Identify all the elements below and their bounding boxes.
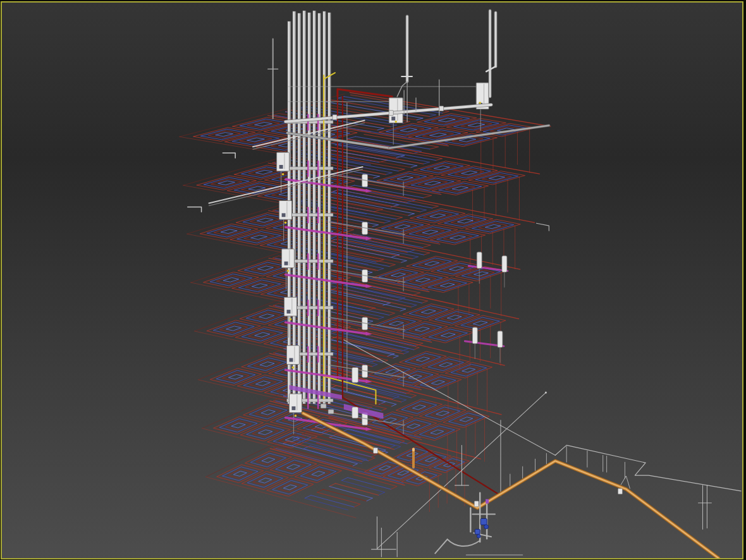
boiler-status-dot <box>479 102 481 104</box>
boiler-status-dot <box>282 173 284 176</box>
boiler-panel <box>287 310 291 313</box>
gas-valve <box>475 529 480 534</box>
riser-pipe <box>312 11 315 404</box>
valve-handwheel <box>484 525 489 529</box>
boiler-status-dot <box>295 415 297 417</box>
floor-pipe-stub <box>352 367 358 382</box>
boiler-panel <box>284 262 288 265</box>
riser-fitting-band <box>287 213 333 216</box>
pipe-coupling <box>389 111 393 116</box>
wireframe-endpoint <box>545 391 547 393</box>
riser-fitting-band <box>287 167 333 170</box>
right-assembly-stub <box>498 331 503 348</box>
boiler-panel <box>279 165 283 169</box>
gas-pipe-coupling <box>373 447 377 453</box>
riser-pipe <box>293 11 296 404</box>
viewport-active-border <box>1 1 743 559</box>
meter-sensor-chip <box>486 499 489 504</box>
gas-valve <box>480 518 487 525</box>
pipe-coupling <box>439 106 444 111</box>
boiler-status-dot <box>287 270 290 272</box>
boiler-panel <box>291 406 295 410</box>
gas-elbow-fitting <box>321 404 326 408</box>
boiler-unit <box>277 152 290 171</box>
right-assembly-stub <box>472 327 477 344</box>
floor-pipe-stub <box>352 407 358 418</box>
boiler-status-dot <box>290 318 292 320</box>
boiler-status-dot <box>394 121 397 123</box>
gas-pipe-coupling <box>618 489 623 494</box>
right-assembly-stub <box>477 252 482 269</box>
boiler-panel <box>282 213 286 217</box>
boiler-panel <box>391 117 395 121</box>
gas-elbow-fitting <box>328 410 334 414</box>
gas-pipe-coupling <box>474 501 479 507</box>
valve-handwheel <box>477 534 480 538</box>
boiler-status-dot <box>284 221 287 224</box>
viewport-frame <box>0 0 746 560</box>
riser-pipe <box>303 11 306 404</box>
right-assembly-stub <box>502 256 507 272</box>
pipe-coupling <box>333 115 337 120</box>
boiler-panel <box>290 358 293 362</box>
viewport-3d-canvas[interactable] <box>2 3 742 558</box>
riser-pipe <box>327 13 331 404</box>
boiler-status-dot <box>292 367 295 369</box>
